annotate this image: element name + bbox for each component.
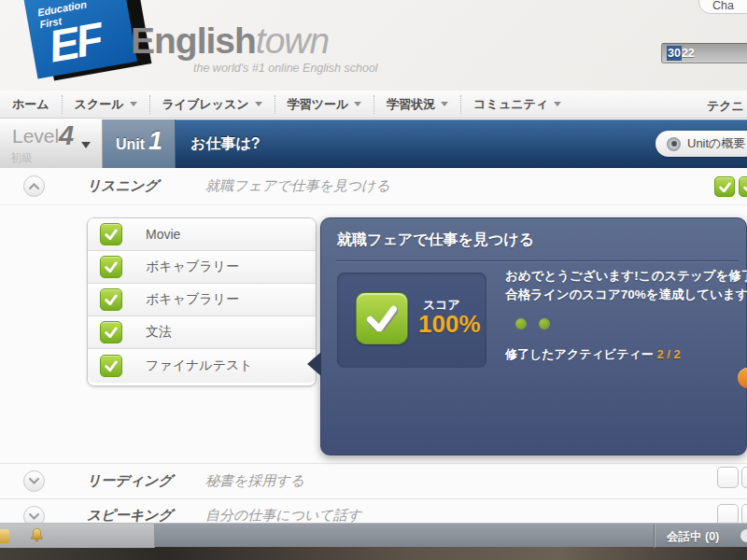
chevron-down-icon — [255, 102, 262, 106]
chevron-down-icon — [354, 102, 361, 106]
activity-label: ボキャブラリー — [146, 259, 239, 275]
completed-activities: 修了したアクティビティー 2 / 2 — [505, 346, 681, 363]
eye-icon — [667, 137, 681, 151]
activity-row-grammar[interactable]: 文法 — [88, 316, 316, 349]
chat-button[interactable]: Cha — [698, 0, 747, 14]
divider — [336, 260, 739, 261]
nav-item-progress[interactable]: 学習状況 — [374, 95, 460, 114]
next-button-partial[interactable] — [738, 368, 747, 388]
level-label: Level — [12, 125, 59, 147]
completed-check-icon — [739, 176, 747, 197]
chat-status-label[interactable]: 会話中 (0) — [667, 529, 719, 545]
section-subtitle: 秘書を採用する — [205, 472, 304, 490]
main-nav: ホーム スクール ライブレッスン 学習ツール 学習状況 コミュニティ テクニ — [0, 91, 747, 119]
activity-row-vocabulary-2[interactable]: ボキャブラリー — [88, 284, 316, 316]
nav-item-tech-support[interactable]: テクニ — [707, 98, 744, 115]
score-box: スコア 100% — [337, 273, 486, 368]
completed-activities-count: 2 / 2 — [656, 347, 680, 361]
chat-toggle-icon[interactable] — [740, 529, 747, 542]
desktop-background-strip — [0, 547, 747, 560]
activity-list: Movie ボキャブラリー ボキャブラリー 文法 ファイナルテスト — [87, 217, 317, 386]
section-subtitle: 就職フェアで仕事を見つける — [205, 177, 390, 195]
chevron-down-icon — [81, 142, 91, 148]
unit-title: お仕事は? — [190, 134, 261, 154]
popup-title: 就職フェアで仕事を見つける — [337, 231, 534, 250]
nav-item-label: コミュニティ — [473, 96, 548, 113]
section-title: リスニング — [87, 177, 159, 195]
activity-label: ファイナルテスト — [146, 357, 253, 374]
notification-icon[interactable] — [0, 529, 9, 543]
site-header: Education First EF Englishtown the world… — [0, 0, 747, 91]
completed-check-icon — [100, 355, 122, 377]
nav-item-live-lesson[interactable]: ライブレッスン — [149, 95, 275, 114]
incomplete-checkbox — [717, 467, 739, 488]
unit-tab[interactable]: Unit 1 — [103, 119, 176, 168]
result-popup: 就職フェアで仕事を見つける スコア 100% おめでとうございます!このステップ… — [320, 217, 747, 455]
activity-dot-icon — [539, 318, 550, 329]
brand-wordmark: Englishtown — [131, 21, 329, 62]
brand-town: town — [256, 21, 329, 61]
level-selector[interactable]: Level 4 初級 — [0, 119, 103, 168]
nav-item-home[interactable]: ホーム — [0, 95, 62, 114]
activity-dot-icon — [515, 318, 527, 329]
level-number: 4 — [59, 120, 74, 151]
unit-number: 1 — [148, 127, 162, 156]
collapse-button[interactable] — [23, 175, 45, 197]
chat-status-bar: 会話中 (0) — [0, 523, 747, 547]
congrats-message-line2: 合格ラインのスコア70%を達成しています。 — [505, 287, 747, 303]
level-sublabel: 初級 — [10, 150, 33, 166]
brand-tagline: the world's #1 online English school — [193, 62, 378, 75]
nav-item-label: スクール — [75, 96, 124, 113]
school-id-selected-text: 30 — [667, 46, 682, 61]
completed-check-icon — [714, 176, 735, 197]
completed-check-icon — [100, 321, 122, 343]
chevron-down-icon — [130, 102, 137, 106]
nav-item-label: ホーム — [12, 96, 49, 113]
nav-item-label: 学習状況 — [387, 96, 435, 113]
congrats-message-line1: おめでとうございます!このステップを修了しま — [505, 268, 747, 285]
bell-icon[interactable] — [28, 526, 46, 544]
section-row-reading[interactable]: リーディング 秘書を採用する — [0, 463, 747, 499]
section-row-listening[interactable]: リスニング 就職フェアで仕事を見つける — [0, 168, 747, 205]
chevron-down-icon — [29, 478, 39, 484]
chevron-down-icon — [29, 513, 39, 520]
activity-label: 文法 — [146, 324, 172, 341]
unit-overview-button[interactable]: Unitの概要 — [655, 131, 747, 157]
success-check-icon — [356, 292, 408, 344]
unit-bar: Level 4 初級 Unit 1 お仕事は? Unitの概要 — [0, 119, 747, 168]
completed-check-icon — [100, 223, 122, 245]
incomplete-checkbox — [741, 467, 747, 488]
divider — [654, 524, 655, 548]
englishtown-app: Education First EF Englishtown the world… — [0, 0, 747, 560]
nav-item-label: ライブレッスン — [162, 96, 249, 113]
completed-check-icon — [100, 288, 122, 311]
nav-item-community[interactable]: コミュニティ — [460, 95, 573, 114]
completed-activities-label: 修了したアクティビティー — [505, 347, 654, 361]
brand-english: English — [131, 21, 256, 61]
nav-item-school[interactable]: スクール — [62, 95, 149, 114]
completed-check-icon — [100, 256, 122, 278]
activity-label: ボキャブラリー — [146, 291, 239, 308]
ef-lettermark: EF — [45, 13, 105, 73]
chevron-down-icon — [554, 102, 561, 106]
activity-row-vocabulary-1[interactable]: ボキャブラリー — [88, 251, 316, 284]
nav-item-label: 学習ツール — [288, 96, 349, 113]
activity-row-movie[interactable]: Movie — [88, 218, 316, 251]
section-title: リーディング — [87, 472, 173, 490]
nav-item-study-tools[interactable]: 学習ツール — [275, 95, 374, 114]
status-bar-left-segment — [0, 524, 155, 548]
activity-label: Movie — [146, 227, 180, 242]
unit-overview-label: Unitの概要 — [687, 135, 745, 152]
chevron-up-icon — [29, 183, 39, 189]
school-id-input[interactable]: 3022 — [661, 43, 747, 63]
activity-row-final-test[interactable]: ファイナルテスト — [88, 349, 316, 383]
chevron-down-icon — [441, 102, 448, 106]
school-id-rest-text: 22 — [682, 47, 695, 60]
score-value: 100% — [418, 310, 481, 339]
unit-label: Unit — [116, 136, 145, 153]
popup-pointer-arrow — [307, 352, 321, 376]
expand-button[interactable] — [23, 470, 45, 492]
